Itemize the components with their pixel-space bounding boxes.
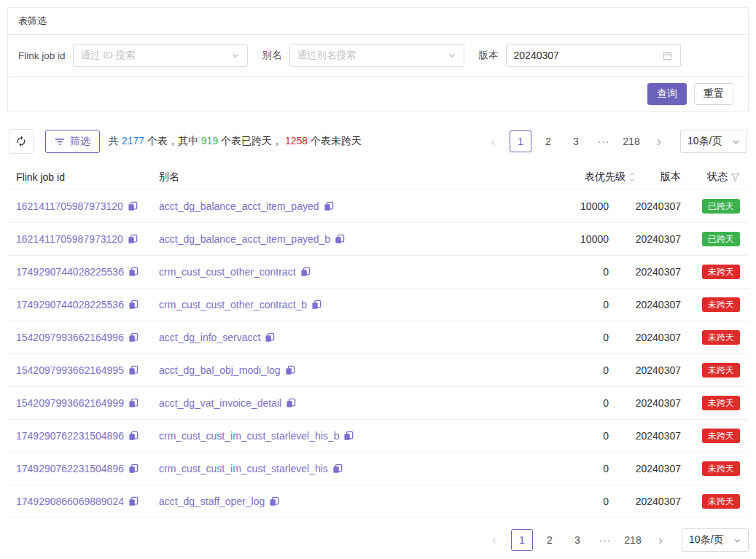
- copy-icon[interactable]: [324, 201, 334, 211]
- table-row: 1542097993662164995 acct_dg_bal_obj_modi…: [7, 354, 749, 387]
- version-value: 20240307: [636, 200, 681, 212]
- copy-icon[interactable]: [128, 365, 139, 375]
- summary-count-red: 1258: [285, 135, 308, 146]
- version-date-value: 20240307: [514, 50, 662, 61]
- flink-job-id-select[interactable]: 通过 ID 搜索: [73, 44, 248, 67]
- status-badge: 未跨天: [702, 494, 740, 509]
- page-button-3[interactable]: 3: [565, 130, 587, 152]
- flink-job-id-placeholder: 通过 ID 搜索: [81, 49, 231, 62]
- copy-icon[interactable]: [285, 365, 295, 375]
- flink-job-id-link[interactable]: 1749290866069889024: [16, 496, 124, 507]
- sort-icon[interactable]: [628, 171, 636, 183]
- chevron-down-icon: [733, 536, 741, 544]
- copy-icon[interactable]: [128, 464, 139, 474]
- page: 表筛选 Flink job id 通过 ID 搜索 别名 通过别名搜索: [0, 0, 756, 559]
- alias-link[interactable]: acct_dg_bal_obj_modi_log: [159, 364, 281, 376]
- alias-link[interactable]: crm_cust_cust_other_contract: [159, 266, 296, 278]
- flink-job-id-link[interactable]: 1542097993662164995: [16, 364, 124, 376]
- status-badge: 未跨天: [702, 461, 740, 476]
- copy-icon[interactable]: [128, 398, 139, 408]
- alias-link[interactable]: crm_cust_cust_other_contract_b: [159, 299, 307, 310]
- chevron-down-icon: [448, 51, 456, 60]
- table-header-row: Flink job id 别名 表优先级 版本 状态: [7, 165, 749, 190]
- copy-icon[interactable]: [128, 201, 138, 211]
- flink-job-id-link[interactable]: 1542097993662164996: [16, 332, 124, 343]
- status-badge: 未跨天: [702, 297, 740, 312]
- page-button-1[interactable]: 1: [510, 130, 531, 152]
- priority-value: 0: [545, 266, 636, 278]
- alias-link[interactable]: crm_cust_cust_im_cust_starlevel_his: [159, 463, 328, 474]
- page-button-218[interactable]: 218: [620, 130, 642, 152]
- pagination-top: ‹123···218›10条/页: [482, 130, 747, 153]
- filter-card-header: 表筛选: [8, 8, 748, 35]
- table-row: 1621411705987973120 acct_dg_balance_acct…: [7, 223, 749, 256]
- chevron-down-icon: [231, 51, 240, 60]
- copy-icon[interactable]: [265, 332, 275, 343]
- page-button-2[interactable]: 2: [537, 130, 559, 152]
- table-row: 1542097993662164996 acct_dg_info_servacc…: [7, 321, 749, 354]
- page-button-1[interactable]: 1: [511, 529, 533, 551]
- flink-job-id-link[interactable]: 1749290744028225536: [16, 299, 124, 310]
- flink-job-id-link[interactable]: 1621411705987973120: [16, 233, 123, 245]
- priority-value: 10000: [545, 200, 636, 212]
- filter-card-footer: 查询 重置: [8, 77, 748, 112]
- page-ellipsis: ···: [594, 529, 616, 551]
- col-header-version: 版本: [636, 171, 681, 184]
- page-size-select[interactable]: 10条/页: [680, 130, 747, 153]
- table-row: 1749290866069889024 acct_dg_staff_oper_l…: [7, 485, 749, 518]
- next-page-button[interactable]: ›: [648, 130, 670, 152]
- status-badge: 未跨天: [702, 429, 740, 443]
- table-row: 1542097993662164999 acct_dg_vat_invoice_…: [7, 387, 749, 420]
- copy-icon[interactable]: [300, 267, 311, 277]
- summary-part: 共: [109, 135, 122, 146]
- prev-page-button: ‹: [482, 130, 504, 152]
- flink-job-id-label: Flink job id: [18, 50, 66, 61]
- copy-icon[interactable]: [128, 300, 139, 310]
- copy-icon[interactable]: [332, 464, 343, 474]
- flink-job-id-link[interactable]: 1621411705987973120: [16, 200, 123, 212]
- refresh-button[interactable]: [9, 129, 34, 154]
- copy-icon[interactable]: [311, 300, 322, 310]
- flink-job-id-link[interactable]: 1542097993662164999: [16, 397, 124, 409]
- flink-job-id-link[interactable]: 1749290762231504896: [16, 463, 124, 474]
- copy-icon[interactable]: [128, 234, 138, 244]
- priority-value: 0: [545, 496, 636, 507]
- alias-link[interactable]: acct_dg_info_servacct: [159, 332, 260, 343]
- alias-link[interactable]: acct_dg_staff_oper_log: [159, 496, 265, 507]
- chevron-down-icon: [732, 138, 740, 146]
- alias-link[interactable]: acct_dg_balance_acct_item_payed_b: [159, 233, 330, 245]
- flink-job-id-link[interactable]: 1749290762231504896: [16, 430, 124, 442]
- next-page-button[interactable]: ›: [650, 529, 671, 551]
- alias-link[interactable]: acct_dg_vat_invoice_detail: [159, 397, 281, 409]
- page-button-3[interactable]: 3: [566, 529, 588, 551]
- copy-icon[interactable]: [128, 332, 139, 343]
- col-header-flink-job-id: Flink job id: [7, 171, 159, 183]
- page-button-2[interactable]: 2: [539, 529, 561, 551]
- filter-toggle-button[interactable]: 筛选: [45, 130, 100, 153]
- alias-link[interactable]: crm_cust_cust_im_cust_starlevel_his_b: [159, 430, 339, 442]
- table-row: 1749290744028225536 crm_cust_cust_other_…: [7, 289, 749, 321]
- page-button-218[interactable]: 218: [622, 529, 644, 551]
- alias-placeholder: 通过别名搜索: [297, 49, 448, 62]
- version-value: 20240307: [636, 233, 681, 245]
- table-body: 1621411705987973120 acct_dg_balance_acct…: [7, 190, 749, 518]
- copy-icon[interactable]: [335, 234, 345, 244]
- alias-link[interactable]: acct_dg_balance_acct_item_payed: [159, 200, 319, 212]
- refresh-icon: [15, 136, 27, 147]
- funnel-filter-icon[interactable]: [730, 173, 740, 182]
- alias-select[interactable]: 通过别名搜索: [289, 44, 464, 67]
- copy-icon[interactable]: [343, 431, 354, 441]
- page-size-select[interactable]: 10条/页: [682, 528, 749, 552]
- copy-icon[interactable]: [128, 431, 139, 441]
- flink-job-id-field: Flink job id 通过 ID 搜索: [18, 44, 248, 67]
- flink-job-id-link[interactable]: 1749290744028225536: [16, 266, 124, 278]
- copy-icon[interactable]: [128, 267, 139, 277]
- query-button[interactable]: 查询: [647, 83, 687, 105]
- filter-toggle-label: 筛选: [70, 135, 90, 148]
- reset-button[interactable]: 重置: [694, 83, 733, 105]
- priority-value: 0: [545, 364, 636, 376]
- copy-icon[interactable]: [128, 496, 139, 507]
- version-date-input[interactable]: 20240307: [506, 44, 681, 67]
- copy-icon[interactable]: [286, 398, 296, 408]
- copy-icon[interactable]: [269, 496, 279, 507]
